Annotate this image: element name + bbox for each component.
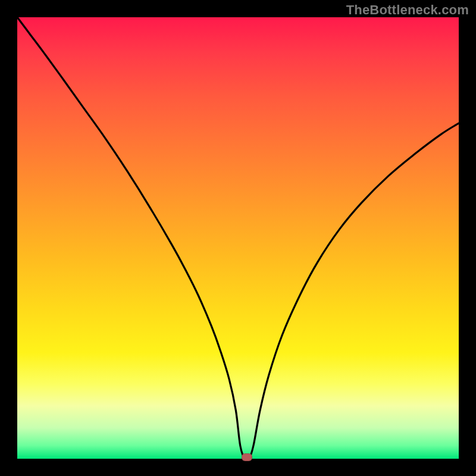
- min-marker: [242, 453, 252, 461]
- plot-area: [17, 17, 459, 459]
- bottleneck-curve: [17, 17, 459, 459]
- watermark-text: TheBottleneck.com: [346, 2, 469, 18]
- chart-frame: TheBottleneck.com: [0, 0, 476, 476]
